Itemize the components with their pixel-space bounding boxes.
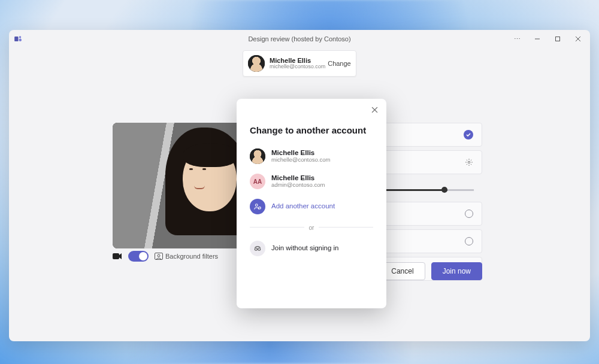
close-button[interactable]	[568, 31, 588, 47]
radio-icon	[465, 210, 473, 218]
divider-label: or	[304, 225, 319, 231]
account-avatar-initials: AA	[250, 174, 265, 189]
desktop-wallpaper: Design review (hosted by Contoso) ⋯ Mich…	[0, 0, 599, 364]
join-without-signing-in[interactable]: Join without signing in	[250, 238, 373, 259]
teams-prejoin-window: Design review (hosted by Contoso) ⋯ Mich…	[9, 30, 590, 341]
camera-toggle[interactable]	[128, 251, 149, 262]
change-account-link[interactable]: Change	[325, 57, 353, 69]
close-icon	[575, 36, 581, 42]
maximize-button[interactable]	[548, 31, 567, 47]
minimize-icon	[534, 36, 540, 42]
slider-thumb[interactable]	[441, 187, 447, 193]
current-account-avatar	[248, 55, 265, 72]
anonymous-icon	[250, 241, 265, 256]
account-option-primary[interactable]: Michelle Ellis michelle@contoso.com	[250, 146, 373, 166]
close-icon	[371, 107, 378, 113]
svg-point-13	[255, 204, 258, 207]
background-filters-button[interactable]: Background filters	[155, 253, 218, 260]
svg-rect-4	[556, 37, 560, 41]
background-filters-icon	[155, 253, 163, 260]
current-account-bar[interactable]: Michelle Ellis michelle@contoso.com Chan…	[243, 50, 356, 77]
video-preview[interactable]	[113, 123, 244, 248]
svg-rect-7	[113, 253, 119, 259]
toggle-knob	[139, 252, 147, 260]
account-option-secondary[interactable]: AA Michelle Ellis admin@contoso.com	[250, 171, 373, 192]
teams-app-icon	[14, 35, 22, 43]
camera-icon	[113, 253, 122, 260]
add-account-icon	[250, 199, 265, 214]
modal-title: Change to another account	[250, 125, 373, 135]
svg-rect-2	[19, 38, 22, 41]
join-now-button[interactable]: Join now	[431, 262, 482, 280]
svg-point-9	[158, 254, 160, 257]
svg-point-18	[258, 248, 261, 250]
video-controls-row: Background filters	[113, 251, 218, 262]
change-account-modal: Change to another account Michelle Ellis…	[237, 99, 386, 308]
anonymous-label: Join without signing in	[271, 244, 339, 252]
svg-point-17	[255, 248, 257, 250]
maximize-icon	[555, 36, 561, 42]
account-email: admin@contoso.com	[271, 182, 325, 189]
svg-point-1	[19, 36, 22, 38]
minimize-button[interactable]	[528, 31, 547, 47]
window-controls: ⋯	[507, 30, 588, 48]
svg-rect-8	[155, 253, 163, 260]
current-account-info: Michelle Ellis michelle@contoso.com	[270, 57, 325, 70]
account-email: michelle@contoso.com	[271, 157, 330, 163]
svg-rect-0	[14, 37, 18, 41]
add-another-account[interactable]: Add another account	[250, 196, 373, 217]
more-icon: ⋯	[514, 35, 521, 43]
modal-divider: or	[250, 222, 373, 232]
window-title: Design review (hosted by Contoso)	[9, 35, 590, 43]
add-account-label: Add another account	[271, 202, 335, 210]
svg-point-10	[468, 161, 470, 163]
titlebar: Design review (hosted by Contoso) ⋯	[9, 30, 590, 48]
account-avatar-photo	[250, 148, 265, 164]
radio-icon	[465, 237, 473, 245]
current-account-email: michelle@contoso.com	[270, 64, 325, 70]
background-filters-label: Background filters	[165, 253, 218, 260]
cancel-button[interactable]: Cancel	[380, 262, 425, 280]
modal-close-button[interactable]	[368, 104, 380, 116]
more-button[interactable]: ⋯	[507, 31, 527, 47]
gear-icon[interactable]	[465, 158, 473, 166]
selected-check-icon	[464, 130, 473, 139]
